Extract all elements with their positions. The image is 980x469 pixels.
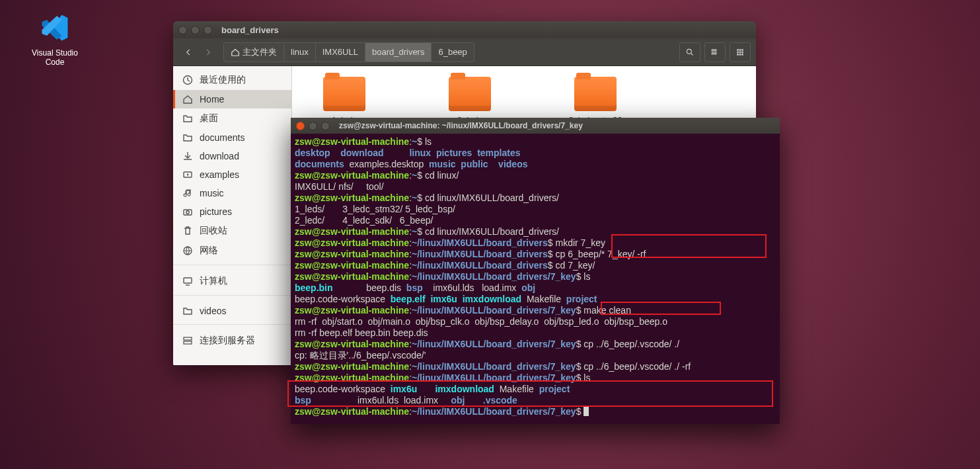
folder-icon (182, 132, 193, 143)
camera-icon (182, 206, 193, 217)
svg-point-7 (742, 49, 743, 50)
svg-point-11 (737, 54, 739, 55)
sidebar-item-label: 最近使用的 (200, 74, 246, 86)
vscode-icon (39, 12, 71, 44)
breadcrumb-label: linux (291, 47, 309, 57)
sidebar-item-label: 回收站 (200, 225, 227, 237)
close-button[interactable] (178, 26, 187, 34)
sidebar-item[interactable]: 连接到服务器 (173, 331, 291, 351)
svg-point-5 (737, 49, 739, 50)
breadcrumb-item[interactable]: 6_beep (432, 42, 474, 62)
home-icon (231, 48, 240, 57)
minimize-button[interactable] (309, 122, 317, 130)
terminal-window: zsw@zsw-virtual-machine: ~/linux/IMX6ULL… (291, 118, 780, 424)
svg-rect-1 (712, 49, 713, 50)
svg-rect-21 (184, 341, 192, 344)
svg-rect-20 (184, 337, 192, 340)
sidebar-item-label: videos (200, 306, 226, 316)
desktop-shortcut-vscode[interactable]: Visual Studio Code (25, 12, 85, 67)
breadcrumb-label: board_drivers (372, 47, 425, 57)
breadcrumb: 主文件夹linuxIMX6ULLboard_drivers6_beep (223, 42, 474, 62)
back-button[interactable] (178, 42, 198, 62)
sidebar-item[interactable]: documents (173, 128, 291, 147)
sidebar-item[interactable]: 最近使用的 (173, 70, 291, 90)
folder-icon (574, 77, 617, 111)
svg-point-10 (742, 52, 743, 53)
terminal-title: zsw@zsw-virtual-machine: ~/linux/IMX6ULL… (339, 120, 583, 132)
svg-point-13 (742, 54, 743, 55)
svg-point-9 (739, 52, 741, 53)
view-list-button[interactable] (704, 42, 726, 62)
breadcrumb-item[interactable]: 主文件夹 (223, 42, 284, 62)
svg-point-6 (739, 49, 741, 50)
music-icon (182, 188, 193, 198)
folder-icon (449, 77, 491, 111)
maximize-button[interactable] (321, 122, 330, 130)
sidebar-item[interactable]: pictures (173, 202, 291, 221)
search-button[interactable] (679, 42, 700, 62)
maximize-button[interactable] (204, 26, 212, 34)
svg-rect-2 (712, 52, 713, 54)
svg-point-12 (739, 54, 741, 55)
svg-rect-19 (184, 278, 192, 283)
breadcrumb-item[interactable]: IMX6ULL (316, 42, 365, 62)
sidebar-item[interactable]: 桌面 (173, 108, 291, 128)
svg-point-17 (186, 211, 189, 214)
sidebar-item[interactable]: examples (173, 165, 291, 184)
svg-point-0 (687, 49, 691, 54)
folder-icon (182, 306, 193, 316)
sidebar-item-label: 计算机 (200, 275, 227, 287)
view-grid-icon (735, 48, 745, 57)
window-title: board_drivers (221, 25, 279, 35)
sidebar-item[interactable]: videos (173, 302, 291, 320)
home-icon (182, 94, 193, 105)
server-icon (182, 335, 193, 346)
sidebar-item[interactable]: Home (173, 90, 291, 108)
breadcrumb-label: IMX6ULL (322, 47, 358, 57)
file-manager-toolbar: 主文件夹linuxIMX6ULLboard_drivers6_beep (173, 38, 756, 66)
svg-rect-4 (714, 52, 716, 54)
terminal-cursor (584, 407, 589, 416)
download-icon (182, 151, 193, 161)
network-icon (182, 245, 193, 256)
sidebar-item-label: 连接到服务器 (200, 335, 255, 347)
sidebar-item-label: Home (200, 94, 224, 105)
breadcrumb-label: 6_beep (438, 47, 467, 57)
clock-icon (182, 75, 193, 85)
video-icon (182, 169, 193, 180)
chevron-left-icon (184, 48, 193, 57)
sidebar-item-label: 网络 (200, 245, 218, 257)
folder-icon (323, 77, 365, 111)
sidebar-item[interactable]: music (173, 184, 291, 202)
sidebar-item-label: pictures (200, 206, 232, 217)
computer-icon (182, 276, 193, 286)
trash-icon (182, 226, 193, 236)
terminal-titlebar[interactable]: zsw@zsw-virtual-machine: ~/linux/IMX6ULL… (291, 118, 780, 134)
svg-point-8 (737, 52, 739, 53)
view-list-icon (710, 48, 720, 57)
sidebar-item[interactable]: download (173, 147, 291, 165)
sidebar-item-label: download (200, 151, 239, 161)
file-manager-titlebar[interactable]: board_drivers (173, 21, 756, 38)
close-button[interactable] (296, 122, 305, 130)
breadcrumb-item[interactable]: board_drivers (365, 42, 432, 62)
breadcrumb-item[interactable]: linux (284, 42, 316, 62)
search-icon (685, 48, 695, 57)
forward-button[interactable] (198, 42, 218, 62)
svg-rect-3 (714, 49, 716, 50)
sidebar-item-label: examples (200, 169, 239, 180)
chevron-right-icon (204, 48, 213, 57)
sidebar-item-label: music (200, 188, 224, 198)
sidebar-item[interactable]: 回收站 (173, 221, 291, 241)
view-grid-button[interactable] (730, 42, 751, 62)
desktop-shortcut-label: Visual Studio Code (25, 48, 85, 67)
sidebar: 最近使用的Home桌面documentsdownloadexamplesmusi… (173, 66, 292, 365)
sidebar-item-label: documents (200, 132, 245, 143)
minimize-button[interactable] (191, 26, 200, 34)
terminal-output[interactable]: zsw@zsw-virtual-machine:~$ ls desktop do… (291, 134, 780, 424)
sidebar-item[interactable]: 计算机 (173, 271, 291, 291)
sidebar-item-label: 桌面 (200, 112, 218, 124)
sidebar-item[interactable]: 网络 (173, 241, 291, 261)
folder-icon (182, 113, 193, 124)
breadcrumb-label: 主文件夹 (243, 46, 277, 58)
